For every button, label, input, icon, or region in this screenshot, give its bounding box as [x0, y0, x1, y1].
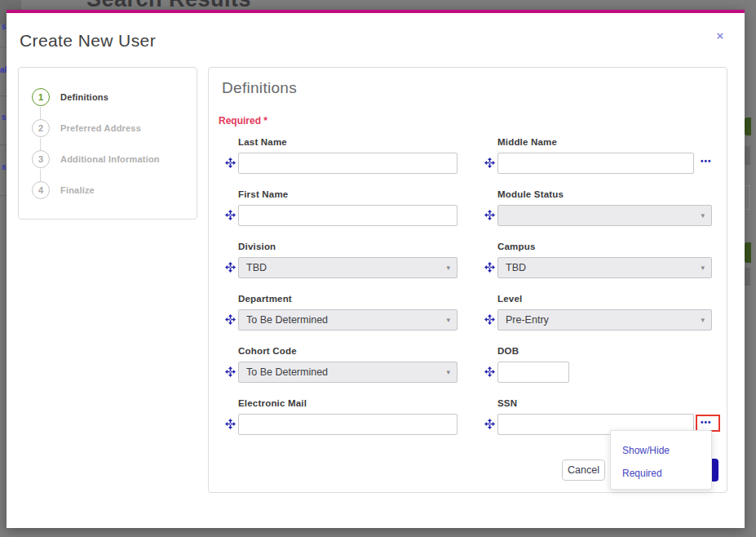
field-label: Cohort Code	[238, 346, 297, 356]
chevron-down-icon: ▾	[701, 211, 705, 220]
last-name-input[interactable]	[238, 153, 458, 174]
select-value: TBD	[506, 262, 526, 273]
first-name-input[interactable]	[238, 205, 458, 226]
step-finalize[interactable]: 4 Finalize	[32, 181, 95, 199]
wizard-stepper: 1 Definitions 2 Preferred Address 3 Addi…	[18, 67, 197, 220]
background-green-badge	[745, 242, 751, 263]
department-field: Department To Be Determined ▾	[225, 294, 470, 331]
select-value: To Be Determined	[246, 314, 328, 326]
background-row-divider	[0, 195, 7, 196]
division-field: Division TBD ▾	[225, 242, 470, 279]
campus-select[interactable]: TBD ▾	[497, 257, 712, 278]
chevron-down-icon: ▾	[446, 368, 450, 376]
step-number: 4	[32, 181, 50, 199]
move-icon[interactable]	[225, 261, 236, 272]
module-status-field: Module Status ▾	[484, 189, 729, 227]
background-link-fragment: s	[2, 113, 7, 122]
step-label: Definitions	[60, 92, 108, 102]
division-select[interactable]: TBD ▾	[238, 257, 458, 278]
background-gray-block	[745, 268, 750, 286]
step-connector	[40, 138, 41, 151]
electronic-mail-input[interactable]	[238, 414, 458, 435]
move-icon[interactable]	[484, 157, 495, 167]
field-label: Middle Name	[497, 137, 557, 147]
panel-heading: Definitions	[222, 79, 297, 97]
red-highlight-box	[696, 415, 720, 432]
field-label: Level	[497, 294, 522, 304]
modal-title: Create New User	[20, 31, 156, 51]
background-row-divider	[0, 47, 7, 47]
level-select[interactable]: Pre-Entry ▾	[497, 309, 712, 331]
move-icon[interactable]	[225, 209, 236, 220]
chevron-down-icon: ▾	[446, 264, 450, 272]
move-icon[interactable]	[484, 366, 495, 376]
field-label: Campus	[497, 242, 536, 251]
step-number: 2	[32, 119, 50, 137]
background-gray-block	[745, 146, 750, 165]
step-preferred-address[interactable]: 2 Preferred Address	[32, 119, 141, 137]
field-label: Module Status	[497, 189, 564, 199]
background-row-divider	[0, 95, 7, 96]
ellipsis-context-menu: Show/Hide Required	[610, 430, 712, 490]
background-link-fragment: s	[2, 22, 7, 31]
menu-item-required[interactable]: Required	[622, 468, 662, 479]
select-value: To Be Determined	[246, 366, 328, 378]
step-definitions[interactable]: 1 Definitions	[32, 88, 108, 106]
middle-name-field: Middle Name •••	[484, 137, 729, 175]
step-label: Additional Information	[60, 154, 160, 164]
background-row-divider	[0, 144, 7, 145]
cancel-button[interactable]: Cancel	[562, 459, 605, 481]
move-icon[interactable]	[484, 209, 495, 220]
last-name-field: Last Name	[225, 137, 470, 175]
step-number: 1	[32, 88, 50, 106]
campus-field: Campus TBD ▾	[484, 242, 729, 279]
first-name-field: First Name	[225, 189, 470, 227]
move-icon[interactable]	[484, 261, 495, 272]
dob-field: DOB	[484, 346, 729, 384]
step-label: Preferred Address	[60, 123, 141, 133]
step-additional-information[interactable]: 3 Additional Information	[32, 150, 160, 168]
close-icon[interactable]: ×	[712, 28, 728, 44]
required-note: Required *	[219, 115, 267, 126]
definitions-panel: Definitions Required * Last Name Middle …	[208, 67, 727, 493]
field-label: SSN	[497, 398, 517, 408]
step-label: Finalize	[60, 185, 95, 195]
dob-input[interactable]	[497, 362, 569, 383]
middle-name-input[interactable]	[497, 153, 694, 174]
ellipsis-menu-icon[interactable]: •••	[701, 157, 712, 166]
background-link-fragment: s	[2, 162, 7, 171]
move-icon[interactable]	[484, 313, 495, 324]
chevron-down-icon: ▾	[701, 264, 705, 272]
field-label: Division	[238, 242, 276, 251]
level-field: Level Pre-Entry ▾	[484, 294, 729, 331]
chevron-down-icon: ▾	[446, 316, 450, 324]
module-status-select[interactable]: ▾	[497, 205, 712, 226]
select-value: Pre-Entry	[506, 314, 549, 326]
department-select[interactable]: To Be Determined ▾	[238, 309, 458, 331]
field-label: Last Name	[238, 137, 287, 147]
menu-item-show-hide[interactable]: Show/Hide	[622, 445, 670, 456]
field-label: DOB	[497, 346, 519, 356]
cohort-code-select[interactable]: To Be Determined ▾	[238, 362, 458, 383]
move-icon[interactable]	[225, 366, 236, 376]
field-label: Department	[238, 294, 292, 304]
background-green-badge	[745, 118, 751, 135]
field-label: Electronic Mail	[238, 398, 307, 408]
move-icon[interactable]	[225, 157, 236, 167]
electronic-mail-field: Electronic Mail	[225, 398, 470, 436]
cohort-code-field: Cohort Code To Be Determined ▾	[225, 346, 470, 384]
move-icon[interactable]	[225, 418, 236, 428]
move-icon[interactable]	[225, 313, 236, 324]
step-connector	[40, 169, 41, 182]
move-icon[interactable]	[484, 418, 495, 428]
step-number: 3	[32, 150, 50, 168]
step-connector	[40, 107, 41, 120]
create-new-user-modal: Create New User × 1 Definitions 2 Prefer…	[7, 10, 745, 528]
chevron-down-icon: ▾	[701, 316, 705, 324]
field-label: First Name	[238, 189, 288, 199]
select-value: TBD	[246, 262, 267, 273]
